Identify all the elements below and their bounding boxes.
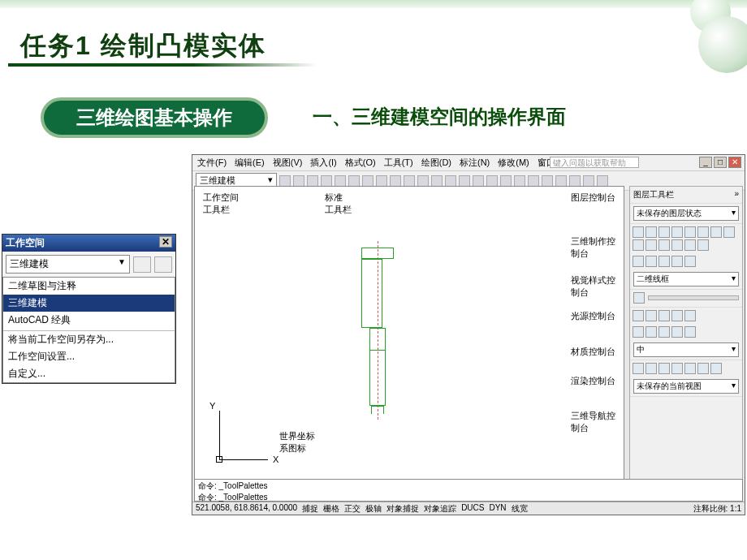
light-icon[interactable] xyxy=(633,292,645,304)
toolbar-icon[interactable] xyxy=(307,175,318,187)
palette-icon[interactable] xyxy=(646,326,657,338)
palette-icon[interactable] xyxy=(684,310,696,321)
gear-icon[interactable] xyxy=(133,256,151,273)
status-toggle[interactable]: 捕捉 xyxy=(302,503,318,514)
toolbar-icon[interactable] xyxy=(459,175,470,187)
popup-titlebar[interactable]: 工作空间 ✕ xyxy=(2,235,175,252)
menu-view[interactable]: 视图(V) xyxy=(273,157,303,169)
toolbar-icon[interactable] xyxy=(514,175,525,187)
command-line[interactable]: 命令: _ToolPalettes 命令: _ToolPalettes xyxy=(194,479,743,502)
palette-icon[interactable] xyxy=(633,326,644,338)
palette-icon[interactable] xyxy=(697,226,709,238)
expand-icon[interactable]: » xyxy=(734,189,739,200)
toolbar-icon[interactable] xyxy=(555,175,567,187)
light-slider[interactable] xyxy=(648,295,739,300)
close-icon[interactable]: ✕ xyxy=(159,236,172,248)
drawing-canvas[interactable]: 工作空间 工具栏 标准 工具栏 图层控制台 三维制作控 制台 视觉样式控 制台 … xyxy=(194,186,624,485)
palette-icon[interactable] xyxy=(697,239,709,251)
palette-icon[interactable] xyxy=(646,256,657,267)
view-select[interactable]: 未保存的当前视图▾ xyxy=(633,379,739,394)
status-toggle[interactable]: DUCS xyxy=(461,503,484,514)
palette-icon[interactable] xyxy=(658,226,670,238)
toolbar-icon[interactable] xyxy=(376,175,387,187)
layer-state-select[interactable]: 未保存的图层状态▾ xyxy=(633,206,739,221)
close-icon[interactable]: ✕ xyxy=(728,157,741,168)
palette-icon[interactable] xyxy=(671,326,683,338)
palette-icon[interactable] xyxy=(723,226,735,238)
toolbar-icon[interactable] xyxy=(486,175,498,187)
visual-style-select[interactable]: 二维线框▾ xyxy=(633,272,739,286)
palette-icon[interactable] xyxy=(646,226,657,238)
menu-file[interactable]: 文件(F) xyxy=(197,157,227,169)
palette-icon[interactable] xyxy=(671,226,683,238)
menu-modify[interactable]: 修改(M) xyxy=(498,157,529,169)
status-toggle[interactable]: DYN xyxy=(489,503,506,514)
toolbar-icon[interactable] xyxy=(348,175,360,187)
palette-icon[interactable] xyxy=(671,256,683,267)
status-toggle[interactable]: 极轴 xyxy=(365,503,382,514)
menu-draw[interactable]: 绘图(D) xyxy=(421,157,451,169)
palette-icon[interactable] xyxy=(710,226,722,238)
palette-icon[interactable] xyxy=(633,363,644,374)
maximize-icon[interactable]: □ xyxy=(714,157,727,168)
palette-icon[interactable] xyxy=(671,239,683,251)
toolbar-icon[interactable] xyxy=(335,175,346,187)
status-toggle[interactable]: 线宽 xyxy=(512,503,528,514)
palette-icon[interactable] xyxy=(633,239,644,251)
palette-icon[interactable] xyxy=(684,226,696,238)
palette-icon[interactable] xyxy=(658,256,670,267)
menu-tools[interactable]: 工具(T) xyxy=(384,157,413,169)
palette-icon[interactable] xyxy=(633,226,644,238)
menu-edit[interactable]: 编辑(E) xyxy=(235,157,265,169)
list-item[interactable]: 工作空间设置... xyxy=(3,348,175,365)
toolbar-icon[interactable] xyxy=(473,175,484,187)
menu-dim[interactable]: 标注(N) xyxy=(460,157,490,169)
status-toggle[interactable]: 栅格 xyxy=(323,503,339,514)
palette-icon[interactable] xyxy=(684,256,696,267)
status-toggle[interactable]: 对象追踪 xyxy=(424,503,456,514)
palette-icon[interactable] xyxy=(684,239,696,251)
toolbar-icon[interactable] xyxy=(279,175,291,187)
palette-icon[interactable] xyxy=(646,239,657,251)
palette-icon[interactable] xyxy=(633,256,644,267)
menu-insert[interactable]: 插入(I) xyxy=(310,157,336,169)
palette-icon[interactable] xyxy=(646,363,657,374)
list-item[interactable]: 二维草图与注释 xyxy=(3,278,175,295)
toolbar-icon[interactable] xyxy=(528,175,539,187)
help-search-input[interactable]: 键入问题以获取帮助 xyxy=(550,157,639,168)
render-quality-select[interactable]: 中▾ xyxy=(633,342,739,357)
status-toggle[interactable]: 对象捕捉 xyxy=(386,503,419,514)
toolbar-icon[interactable] xyxy=(597,175,608,187)
palette-icon[interactable] xyxy=(658,363,670,374)
palette-icon[interactable] xyxy=(684,326,696,338)
toolbar-icon[interactable] xyxy=(362,175,374,187)
save-icon[interactable] xyxy=(154,256,172,273)
toolbar-icon[interactable] xyxy=(431,175,443,187)
palette-icon[interactable] xyxy=(658,310,670,321)
menu-format[interactable]: 格式(O) xyxy=(345,157,376,169)
palette-icon[interactable] xyxy=(658,326,670,338)
list-item[interactable]: 将当前工作空间另存为... xyxy=(3,330,175,348)
workspace-select[interactable]: 三维建模 ▼ xyxy=(6,255,130,274)
status-toggle[interactable]: 正交 xyxy=(344,503,361,514)
toolbar-icon[interactable] xyxy=(390,175,401,187)
palette-icon[interactable] xyxy=(671,310,683,321)
toolbar-icon[interactable] xyxy=(542,175,553,187)
toolbar-icon[interactable] xyxy=(583,175,594,187)
list-item[interactable]: 三维建模 xyxy=(3,295,175,312)
palette-icon[interactable] xyxy=(633,310,644,321)
palette-icon[interactable] xyxy=(671,363,683,374)
palette-icon[interactable] xyxy=(658,239,670,251)
list-item[interactable]: AutoCAD 经典 xyxy=(3,312,175,329)
toolbar-icon[interactable] xyxy=(500,175,512,187)
toolbar-icon[interactable] xyxy=(445,175,456,187)
palette-icon[interactable] xyxy=(646,310,657,321)
toolbar-icon[interactable] xyxy=(321,175,332,187)
minimize-icon[interactable]: _ xyxy=(699,157,712,168)
toolbar-icon[interactable] xyxy=(404,175,415,187)
toolbar-icon[interactable] xyxy=(569,175,581,187)
toolbar-icon[interactable] xyxy=(293,175,304,187)
annotation-scale[interactable]: 注释比例: 1:1 xyxy=(693,503,741,514)
toolbar-icon[interactable] xyxy=(417,175,429,187)
list-item[interactable]: 自定义... xyxy=(3,365,175,382)
